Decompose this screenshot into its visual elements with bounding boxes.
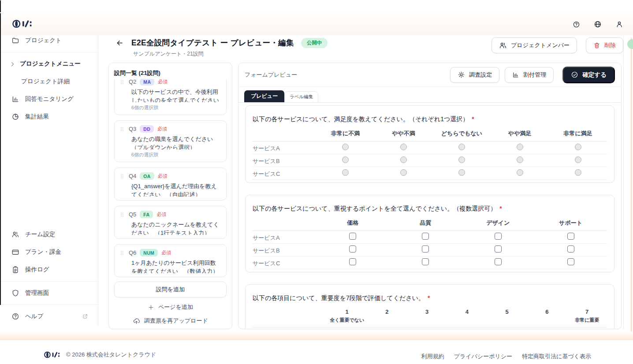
footer-link[interactable]: 特定商取引法に基づく表示: [522, 353, 591, 360]
question-card[interactable]: Q4OA必須{Q1_answer}を選んだ理由を教えてください （自由記述）: [114, 167, 227, 201]
question-card[interactable]: Q2MA必須以下のサービスの中で、今後利用したいものを全て選んでください6個の選…: [114, 79, 227, 115]
sidebar-item[interactable]: プロジェクトメニュー: [0, 55, 98, 73]
allocation-management-button[interactable]: 割付管理: [505, 67, 554, 83]
sidebar-item[interactable]: プラン・課金: [0, 243, 98, 261]
page-scrollbar[interactable]: [631, 37, 632, 334]
back-button[interactable]: [115, 38, 124, 48]
radio-button[interactable]: [458, 144, 465, 150]
question-id: Q2: [129, 79, 136, 85]
required-label: 必須: [158, 173, 168, 179]
matrix-row: サービスB: [253, 154, 607, 167]
confirm-button[interactable]: 確定する: [562, 67, 615, 83]
add-question-button[interactable]: 設問を追加: [114, 282, 227, 297]
checkbox[interactable]: [495, 233, 502, 240]
checkbox[interactable]: [422, 233, 429, 240]
matrix-column-header: 価格: [316, 219, 389, 231]
checkbox[interactable]: [495, 245, 502, 253]
survey-settings-button[interactable]: 調査設定: [450, 67, 499, 83]
chat-widget-sliver[interactable]: [627, 39, 633, 49]
footer-link[interactable]: プライバシーポリシー: [454, 353, 512, 360]
checkbox[interactable]: [495, 258, 502, 265]
reupload-survey-button[interactable]: 調査票を再アップロード: [114, 317, 227, 325]
tab-label-edit[interactable]: ラベル編集: [284, 91, 318, 102]
sidebar-item[interactable]: 操作ログ: [0, 261, 98, 279]
question-type-badge: DD: [140, 125, 154, 133]
help-button[interactable]: [573, 20, 580, 28]
sidebar-item[interactable]: プロジェクト: [0, 35, 98, 49]
question-list[interactable]: Q2MA必須以下のサービスの中で、今後利用したいものを全て選んでください6個の選…: [109, 79, 232, 278]
sidebar-item[interactable]: 管理画面: [0, 284, 98, 302]
sidebar-item[interactable]: プロジェクト詳細: [0, 73, 98, 90]
matrix-column-header: 4: [447, 308, 487, 327]
matrix-column-header: 非常に不満: [316, 130, 375, 141]
matrix-row: サービスC: [253, 167, 607, 180]
sidebar-item-label: プロジェクトメニュー: [20, 60, 81, 68]
add-page-button[interactable]: ページを追加: [114, 303, 227, 311]
help-icon: [573, 21, 580, 28]
checkbox[interactable]: [349, 233, 356, 240]
project-members-button[interactable]: プロジェクトメンバー: [492, 37, 577, 53]
language-button[interactable]: [594, 20, 602, 29]
footer-link[interactable]: 利用規約: [421, 353, 444, 360]
radio-button[interactable]: [458, 169, 465, 176]
footer-logo-icon: [44, 350, 63, 359]
radio-button[interactable]: [575, 169, 581, 176]
question-id: Q6: [129, 249, 136, 256]
checkbox[interactable]: [422, 245, 429, 253]
radio-button[interactable]: [342, 156, 349, 163]
sidebar-item[interactable]: 回答モニタリング: [0, 90, 98, 108]
question-note: 6個の選択肢: [131, 152, 221, 158]
sidebar-item[interactable]: ヘルプ: [0, 308, 98, 325]
tab-preview[interactable]: プレビュー: [244, 90, 284, 102]
required-asterisk: *: [472, 115, 474, 123]
logo-icon: [12, 18, 35, 30]
matrix-row-label: サービスA: [253, 231, 316, 244]
question-card[interactable]: Q6NUM必須1ヶ月あたりのサービス利用回数を教えてください （数値入力）: [114, 244, 227, 277]
allocation-label: 割付管理: [523, 71, 546, 79]
checkbox[interactable]: [349, 258, 356, 265]
footer-links: 利用規約プライバシーポリシー特定商取引法に基づく表示: [421, 353, 591, 360]
radio-button[interactable]: [517, 144, 523, 150]
chevron-right-icon: [10, 61, 15, 67]
app-logo[interactable]: [12, 18, 35, 31]
sidebar-item[interactable]: チーム設定: [0, 226, 98, 243]
radio-button[interactable]: [517, 169, 523, 176]
radio-button[interactable]: [575, 144, 581, 150]
checkbox[interactable]: [349, 245, 356, 253]
text-cursor-artifact: [0, 0, 1, 12]
page-bottom-strip: [0, 332, 633, 340]
sidebar-item[interactable]: 集計結果: [0, 108, 98, 126]
radio-button[interactable]: [575, 156, 581, 163]
matrix-question-title: 以下の各サービスについて、重視するポイントを全て選んでください。（複数選択可）*: [253, 205, 607, 213]
radio-button[interactable]: [342, 169, 349, 176]
radio-button[interactable]: [342, 144, 349, 150]
drag-icon: [119, 126, 125, 132]
radio-button[interactable]: [400, 144, 407, 150]
matrix-question-card: 以下の各項目について、重要度を7段階で評価してください。*1全く重要でない234…: [245, 284, 614, 329]
checkbox[interactable]: [567, 245, 574, 253]
radio-button[interactable]: [458, 156, 465, 163]
account-button[interactable]: [615, 20, 623, 29]
question-card[interactable]: Q3DD必須あなたの職業を選んでください （プルダウンから選択）6個の選択肢: [114, 120, 227, 162]
trash-icon: [593, 42, 600, 49]
radio-button[interactable]: [400, 156, 407, 163]
matrix-row-label: サービスC: [253, 167, 316, 180]
radio-button[interactable]: [400, 169, 407, 176]
users-icon: [499, 41, 507, 49]
trash-icon: [593, 42, 600, 49]
question-text: あなたの職業を選んでください （プルダウンから選択）: [131, 135, 221, 149]
checkbox[interactable]: [422, 258, 429, 265]
question-note: 6個の選択肢: [131, 104, 221, 111]
question-card[interactable]: Q5FA必須あなたのニックネームを教えてください （1行テキスト入力）: [114, 206, 227, 239]
sidebar: プロジェクトプロジェクトメニュープロジェクト詳細回答モニタリング集計結果 チーム…: [0, 35, 98, 326]
checkbox[interactable]: [567, 258, 574, 265]
clipboard-icon: [11, 266, 19, 274]
radio-button[interactable]: [517, 156, 523, 163]
checkbox[interactable]: [567, 233, 574, 240]
delete-label: 削除: [604, 41, 616, 49]
delete-button[interactable]: 削除: [586, 37, 623, 53]
sidebar-item-label: プラン・課金: [25, 248, 61, 256]
preview-content[interactable]: 以下の各サービスについて、満足度を教えてください。（それぞれ1つ選択）*非常に不…: [238, 103, 621, 329]
page-title: E2E全設問タイプテスト ー プレビュー・編集: [131, 37, 294, 48]
required-label: 必須: [156, 211, 166, 218]
